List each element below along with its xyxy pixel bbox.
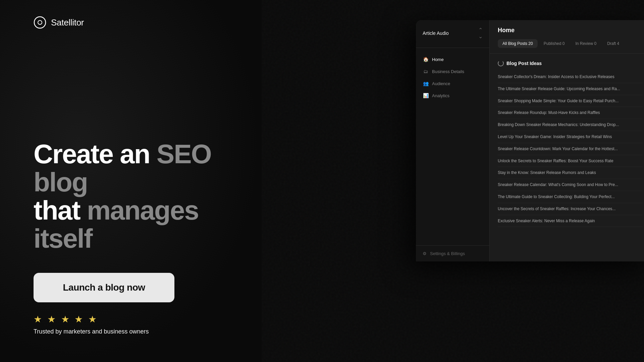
blog-post-item[interactable]: Sneaker Release Calendar: What's Coming … (498, 179, 643, 191)
sidebar-item-label: Business Details (432, 69, 464, 74)
audience-icon: 👥 (423, 81, 429, 86)
sidebar-item-label: Audience (432, 81, 450, 86)
svg-point-0 (34, 17, 46, 28)
svg-point-1 (38, 20, 42, 24)
blog-post-item[interactable]: The Ultimate Guide to Sneaker Collecting… (498, 191, 643, 203)
sidebar-nav: 🏠Home🗂Business Details👥Audience📊Analytic… (416, 48, 489, 245)
sidebar-footer[interactable]: ⚙ Settings & Billings (416, 245, 489, 261)
hero-line2-normal: that (34, 195, 80, 225)
sidebar-header-text: Article Audio (423, 31, 449, 36)
sidebar-item-audience[interactable]: 👥Audience (416, 77, 489, 89)
settings-icon: ⚙ (423, 251, 427, 256)
sidebar: Article Audio ⌃⌄ 🏠Home🗂Business Details👥… (416, 20, 490, 261)
ideas-icon (498, 60, 504, 66)
home-icon: 🏠 (423, 57, 429, 62)
logo-text: Satellitor (51, 17, 84, 28)
sidebar-item-analytics[interactable]: 📊Analytics (416, 89, 489, 102)
blog-posts-list: Sneaker Collector's Dream: Insider Acces… (498, 71, 643, 227)
hero-line1-normal: Create an (34, 139, 150, 169)
blog-post-item[interactable]: Level Up Your Sneaker Game: Insider Stra… (498, 131, 643, 143)
logo-icon (34, 16, 46, 29)
blog-post-item[interactable]: The Ultimate Sneaker Release Guide: Upco… (498, 83, 643, 95)
settings-billings-item[interactable]: ⚙ Settings & Billings (423, 251, 483, 256)
cta-button[interactable]: Launch a blog now (34, 273, 174, 302)
sidebar-item-label: Analytics (432, 93, 449, 98)
left-panel: Satellitor Create an SEO blog that manag… (0, 0, 262, 362)
trust-text: Trusted by marketers and business owners (34, 328, 149, 335)
logo-area: Satellitor (34, 16, 84, 29)
blog-post-item[interactable]: Uncover the Secrets of Sneaker Raffles: … (498, 203, 643, 215)
settings-label: Settings & Billings (430, 251, 465, 256)
blog-post-item[interactable]: Stay in the Know: Sneaker Release Rumors… (498, 167, 643, 179)
tab-in-review-0[interactable]: In Review 0 (571, 39, 601, 48)
tab-all-blog-posts-20[interactable]: All Blog Posts 20 (498, 39, 538, 48)
tab-published-0[interactable]: Published 0 (539, 39, 570, 48)
blog-post-item[interactable]: Unlock the Secrets to Sneaker Raffles: B… (498, 155, 643, 167)
hero-title: Create an SEO blog that manages itself (34, 140, 228, 253)
business-details-icon: 🗂 (423, 69, 429, 74)
app-window: Article Audio ⌃⌄ 🏠Home🗂Business Details👥… (416, 20, 644, 261)
content-body: Blog Post Ideas Sneaker Collector's Drea… (490, 54, 644, 261)
blog-post-item[interactable]: Exclusive Sneaker Alerts: Never Miss a R… (498, 215, 643, 227)
sidebar-item-label: Home (432, 57, 444, 62)
sidebar-header-chevron-icon: ⌃⌄ (478, 27, 483, 40)
blog-post-item[interactable]: Sneaker Shopping Made Simple: Your Guide… (498, 95, 643, 107)
sidebar-item-home[interactable]: 🏠Home (416, 53, 489, 65)
social-proof: ★ ★ ★ ★ ★ Trusted by marketers and busin… (34, 314, 149, 335)
sidebar-header: Article Audio ⌃⌄ (416, 20, 489, 48)
blog-post-item[interactable]: Sneaker Release Roundup: Must-Have Kicks… (498, 107, 643, 119)
blog-post-item[interactable]: Breaking Down Sneaker Release Mechanics:… (498, 119, 643, 131)
analytics-icon: 📊 (423, 93, 429, 98)
page-title: Home (498, 27, 643, 34)
stars: ★ ★ ★ ★ ★ (34, 314, 149, 325)
blog-post-item[interactable]: Sneaker Collector's Dream: Insider Acces… (498, 71, 643, 83)
tab-draft-4[interactable]: Draft 4 (602, 39, 624, 48)
content-header: Home All Blog Posts 20Published 0In Revi… (490, 20, 644, 54)
main-content: Home All Blog Posts 20Published 0In Revi… (490, 20, 644, 261)
sidebar-item-business-details[interactable]: 🗂Business Details (416, 65, 489, 77)
section-label-text: Blog Post Ideas (506, 61, 542, 66)
blog-post-item[interactable]: Sneaker Release Countdown: Mark Your Cal… (498, 143, 643, 155)
tab-bar: All Blog Posts 20Published 0In Review 0D… (498, 39, 643, 48)
section-label: Blog Post Ideas (498, 60, 643, 66)
